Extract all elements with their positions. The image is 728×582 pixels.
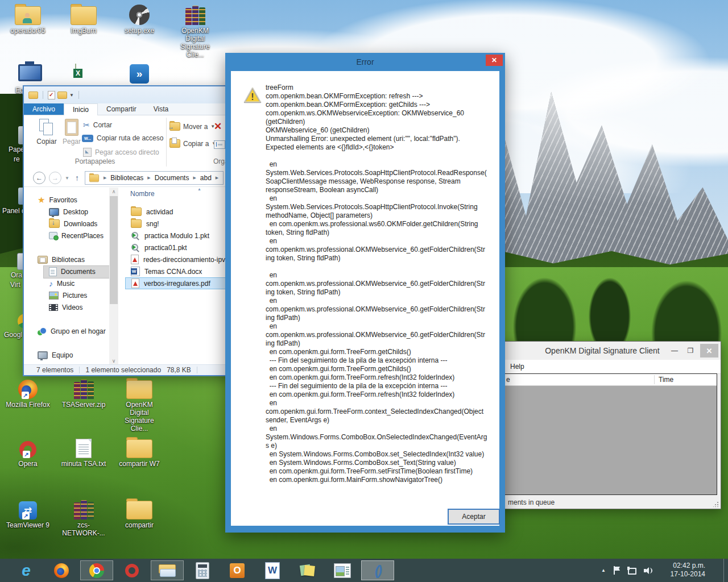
taskbar-chrome[interactable] [80,560,113,580]
check-page-icon[interactable] [48,91,55,99]
sidebar-item-videos[interactable]: Videos [49,301,82,313]
breadcrumb-item-abd[interactable]: abd [200,174,212,182]
folder-icon[interactable] [57,92,67,99]
desktop-icon-firefox[interactable]: ↗ Mozilla Firefox [4,377,52,409]
sort-ascending-icon[interactable]: ▲ [197,187,201,191]
desktop-icon-openkm-archive[interactable]: OpenKM Digital Signature Clie... [171,3,219,59]
desktop-icon-minuta-tsa[interactable]: minuta TSA.txt [60,436,107,468]
sidebar-item-favoritos[interactable]: ★Favoritos [38,194,77,206]
accept-button[interactable]: Aceptar [448,509,500,525]
sidebar-item-downloads[interactable]: ↓Downloads [49,218,97,230]
network-icon[interactable] [627,567,636,574]
tab-inicio[interactable]: Inicio [64,103,98,115]
copy-button[interactable]: Copiar [34,119,59,146]
desktop-icon-imgburn[interactable]: ImgBurn [60,3,107,35]
taskbar-clock[interactable]: 02:42 p.m. 17-10-2014 [660,562,705,579]
desktop-icon-openkm-folder[interactable]: OpenKM Digital Signature Clie... [115,377,163,433]
taskbar-file-explorer[interactable] [151,560,184,580]
folder-icon[interactable] [28,92,38,99]
rename-button[interactable] [214,140,225,151]
desktop-icon-operador05[interactable]: operador05 [4,3,52,35]
file-row-sng[interactable]: sng! [125,218,159,230]
file-row-redes[interactable]: redes-direccionamiento-ipv [125,253,225,265]
file-row-actividad[interactable]: actividad [125,206,173,218]
chevron-down-icon[interactable]: ▼ [69,93,74,98]
desktop-icon-tsaserver-zip[interactable]: TSAServer.zip [60,377,107,409]
desktop-icon-packet-tracer[interactable]: » [130,64,149,84]
file-row-temas-ccna[interactable]: Temas CCNA.docx [125,265,202,277]
resize-grip[interactable] [713,501,719,507]
sidebar-item-equipo[interactable]: Equipo [38,349,73,361]
close-button[interactable]: ✕ [486,55,503,66]
taskbar: e O W () ▲ 02:42 p.m. 17-10-2014 [0,559,728,582]
desktop-icon-excel-file[interactable] [75,64,76,74]
desktop-icon-opera[interactable]: ↗ Opera [4,436,52,468]
copy-path-icon: W... [82,135,93,142]
copy-to-button[interactable]: Copiar a ▼ [169,139,216,148]
error-dialog-title-bar[interactable]: Error [225,53,505,71]
up-button[interactable]: ↑ [75,173,79,182]
file-row-practica01[interactable]: practica01.pkt [125,242,187,253]
openkm-menu-bar: Help [484,360,721,374]
separator [166,118,167,167]
tab-archivo[interactable]: Archivo [24,103,64,115]
column-time[interactable]: Time [659,376,673,384]
close-button[interactable]: ✕ [700,344,718,357]
menu-help[interactable]: Help [510,363,524,371]
breadcrumb-item-bibliotecas[interactable]: Bibliotecas [110,174,143,182]
taskbar-remote-window[interactable] [326,560,359,580]
desktop-icon-compartir-w7[interactable]: compartir W7 [115,436,163,468]
separator [197,367,197,373]
sidebar-item-pictures[interactable]: Pictures [49,289,87,301]
taskbar-opera[interactable] [115,560,148,580]
taskbar-internet-explorer[interactable]: e [10,560,43,580]
openkm-list-header[interactable]: e Time [485,374,717,386]
hidden-icons-chevron-icon[interactable]: ▲ [601,568,606,573]
back-button[interactable]: ← [33,172,46,184]
action-center-flag-icon[interactable] [613,566,620,575]
file-row-practica-modulo[interactable]: practica Modulo 1.pkt [125,230,209,242]
taskbar-sticky-notes[interactable] [291,560,324,580]
column-header-nombre[interactable]: Nombre [130,190,155,198]
taskbar-outlook[interactable]: O [221,560,254,580]
paste-button[interactable]: Pegar [59,118,84,146]
desktop-icon-label: setup.exe [125,27,154,35]
maximize-button[interactable]: ❐ [684,345,697,356]
forward-button[interactable]: → [49,172,61,184]
column-separator[interactable] [654,375,655,384]
scrollbar-thumb[interactable] [110,196,118,304]
openkm-queue-list[interactable]: e Time [484,373,717,495]
scroll-up-icon[interactable]: ∧ [109,188,118,196]
breadcrumb[interactable]: ▶ Bibliotecas ▶ Documents ▶ abd ▶ [85,171,224,185]
taskbar-firefox[interactable] [45,560,78,580]
desktop-icon-teamviewer[interactable]: ⇄↗ TeamViewer 9 [4,498,52,529]
desktop-icon-setup-exe[interactable]: setup.exe [115,3,163,35]
breadcrumb-item-documents[interactable]: Documents [155,174,189,182]
tab-compartir[interactable]: Compartir [98,103,145,115]
paste-shortcut-button[interactable]: Pegar acceso directo [83,148,159,157]
sidebar-item-homegroup[interactable]: Grupo en el hogar [38,325,106,337]
cut-button[interactable]: ✂ Cortar [83,120,112,130]
minimize-button[interactable]: — [668,345,681,356]
show-desktop-button[interactable] [723,559,728,582]
scroll-down-icon[interactable]: ∨ [109,357,118,365]
volume-icon[interactable] [644,567,654,575]
sidebar-item-music[interactable]: ♪Music [49,277,75,289]
delete-button[interactable]: ✕ [214,122,222,131]
tab-vista[interactable]: Vista [145,103,177,115]
opera-icon: ↗ [19,436,36,458]
taskbar-word[interactable]: W [256,560,289,580]
desktop-icon-compartir[interactable]: compartir [115,498,163,529]
move-to-button[interactable]: → Mover a ▼ [169,122,215,131]
sidebar-item-desktop[interactable]: Desktop [49,206,88,218]
desktop-icon-zcs-network[interactable]: zcs-NETWORK-... [60,498,107,537]
taskbar-calculator[interactable] [186,560,219,580]
sidebar-item-recentplaces[interactable]: RecentPlaces [49,230,104,242]
sidebar-scrollbar[interactable]: ∧ ∨ [109,188,118,365]
history-chevron-icon[interactable]: ▼ [65,176,69,181]
taskbar-openkm[interactable]: () [361,560,394,580]
calculator-icon [196,562,209,579]
sidebar-item-documents[interactable]: Documents [49,265,96,277]
sidebar-item-bibliotecas[interactable]: Bibliotecas [38,253,85,265]
copy-path-button[interactable]: W... Copiar ruta de acceso [82,134,163,142]
